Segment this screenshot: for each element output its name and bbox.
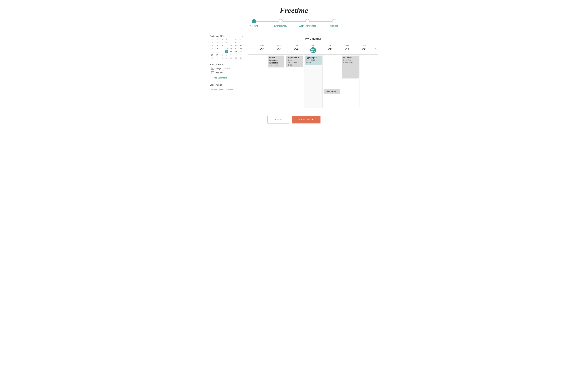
event-typography-title: Typography bbox=[306, 56, 320, 59]
mini-cal-cell[interactable]: 29 bbox=[210, 53, 215, 56]
google-calendar-label: Google Calendar bbox=[215, 67, 230, 70]
add-calendars-link[interactable]: + Add Calendars bbox=[210, 75, 243, 80]
mini-cal-cell[interactable]: 12 bbox=[228, 44, 233, 47]
your-friends-section: Your Friends ⌄ + Add Friends Calendar bbox=[210, 83, 243, 92]
mini-cal-cell[interactable]: 6 bbox=[233, 41, 238, 44]
mini-cal-cell[interactable]: 7 bbox=[238, 41, 243, 44]
event-typography-location: IV 019 bbox=[306, 61, 320, 64]
mini-cal-cell[interactable]: 4 bbox=[225, 41, 228, 44]
mini-cal-cell[interactable]: 3 bbox=[220, 41, 225, 44]
your-calendars-section: Your Calendars ⌄ Google Calendar FreeTim… bbox=[210, 63, 243, 80]
mini-cal-day-header-s2: S bbox=[238, 38, 243, 41]
event-conference-title: Conference In... bbox=[325, 90, 339, 93]
mini-cal-cell[interactable]: 14 bbox=[238, 44, 243, 47]
step-event-history[interactable]: Event History bbox=[267, 19, 294, 27]
back-button[interactable]: BACK bbox=[268, 116, 289, 123]
mini-cal-prev-button[interactable]: ‹ bbox=[239, 35, 241, 37]
your-calendars-header[interactable]: Your Calendars ⌄ bbox=[210, 63, 243, 66]
mini-cal-next-button[interactable]: › bbox=[241, 35, 243, 37]
mini-cal-cell[interactable]: 10 bbox=[220, 44, 225, 47]
mini-cal-cell[interactable]: 6 bbox=[210, 56, 215, 60]
add-friends-link[interactable]: + Add Friends Calendar bbox=[210, 87, 243, 92]
mini-cal-cell[interactable]: 12 bbox=[238, 56, 243, 60]
add-calendars-label: Add Calendars bbox=[214, 77, 227, 79]
chevron-down-icon: ⌄ bbox=[242, 63, 243, 66]
calendar-item-google: Google Calendar bbox=[210, 66, 243, 71]
stepper: Account Event History Event Preferences … bbox=[240, 19, 348, 27]
mini-cal-grid: S M T W T F S 1 2 3 4 5 bbox=[210, 38, 243, 60]
mini-cal-day-header-w: W bbox=[225, 38, 228, 41]
your-friends-header[interactable]: Your Friends ⌄ bbox=[210, 83, 243, 87]
step-event-preferences-label: Event Preferences bbox=[299, 25, 316, 27]
mini-cal-cell[interactable]: 9 bbox=[215, 44, 220, 47]
mini-cal-cell[interactable]: 15 bbox=[210, 47, 215, 50]
mini-cal-cell[interactable]: 5 bbox=[238, 53, 243, 56]
mini-cal-cell[interactable]: 18 bbox=[225, 47, 228, 50]
mini-cal-cell[interactable]: 9 bbox=[225, 56, 228, 60]
day-header-wed: WED 25 bbox=[305, 43, 322, 54]
mini-cal-today[interactable]: 25 bbox=[225, 50, 228, 53]
mini-cal-cell[interactable]: 17 bbox=[220, 47, 225, 50]
mini-cal-cell[interactable]: 8 bbox=[220, 56, 225, 60]
mini-cal-cell[interactable]: 24 bbox=[220, 50, 225, 53]
event-volunteer[interactable]: Volunteer 9:15 - 3:00 Nancy Ryles bbox=[342, 55, 359, 78]
event-algorithms-title: Algorithms & Data bbox=[288, 56, 302, 62]
event-typography[interactable]: Typography 8:00 - 11:30 IV 019 bbox=[305, 55, 321, 65]
mini-cal-cell[interactable]: 22 bbox=[210, 50, 215, 53]
day-cell-mon: Human Computer Interaction 9:15 - 11:30 bbox=[267, 54, 285, 108]
plus-icon-2: + bbox=[211, 88, 213, 91]
mini-cal-day-header-f: F bbox=[233, 38, 238, 41]
mini-cal-cell[interactable]: 20 bbox=[233, 47, 238, 50]
mini-cal-day-header-t: T bbox=[220, 38, 225, 41]
calendar-panel: My Calendar ‹ SUN 22 MON 23 TUE 24 WED bbox=[248, 35, 378, 108]
mini-cal-cell[interactable]: 10 bbox=[228, 56, 233, 60]
mini-cal-cell[interactable]: 2 bbox=[225, 53, 228, 56]
step-event-preferences[interactable]: Event Preferences bbox=[294, 19, 321, 27]
mini-cal-cell[interactable]: 16 bbox=[215, 47, 220, 50]
mini-cal-cell[interactable]: 5 bbox=[228, 41, 233, 44]
mini-cal-cell[interactable]: 13 bbox=[233, 44, 238, 47]
event-algorithms-time: 9:15 - 11:30 bbox=[288, 62, 302, 64]
day-header-sat: SAT 28 bbox=[356, 43, 373, 54]
mini-cal-cell[interactable]: 1 bbox=[220, 53, 225, 56]
step-settings[interactable]: Settings bbox=[321, 19, 348, 27]
mini-cal-cell[interactable]: 28 bbox=[238, 50, 243, 53]
mini-cal-cell[interactable]: 23 bbox=[215, 50, 220, 53]
mini-cal-cell[interactable]: 11 bbox=[233, 56, 238, 60]
mini-cal-cell[interactable]: 8 bbox=[210, 44, 215, 47]
mini-cal-cell[interactable]: 3 bbox=[228, 53, 233, 56]
google-calendar-checkbox[interactable] bbox=[211, 67, 214, 70]
mini-cal-cell[interactable]: 27 bbox=[233, 50, 238, 53]
step-settings-label: Settings bbox=[330, 25, 338, 27]
mini-cal-cell[interactable]: 21 bbox=[238, 47, 243, 50]
calendar-title: My Calendar bbox=[248, 35, 378, 43]
mini-cal-nav-buttons: ‹ › bbox=[239, 35, 243, 37]
week-prev-button[interactable]: ‹ bbox=[248, 45, 254, 52]
event-hci[interactable]: Human Computer Interaction 9:15 - 11:30 bbox=[268, 55, 284, 68]
mini-cal-cell[interactable]: 19 bbox=[228, 47, 233, 50]
week-grid: Human Computer Interaction 9:15 - 11:30 … bbox=[248, 54, 378, 108]
mini-cal-cell[interactable]: 7 bbox=[215, 56, 220, 60]
step-account[interactable]: Account bbox=[240, 19, 267, 27]
continue-button[interactable]: CONTINUE bbox=[292, 116, 320, 123]
event-volunteer-title: Volunteer bbox=[343, 56, 358, 59]
mini-cal-cell[interactable]: 4 bbox=[233, 53, 238, 56]
mini-cal-cell[interactable]: 2 bbox=[215, 41, 220, 44]
event-typography-time: 8:00 - 11:30 bbox=[306, 59, 320, 61]
day-cell-sat bbox=[359, 54, 378, 108]
day-cell-fri: Volunteer 9:15 - 3:00 Nancy Ryles bbox=[341, 54, 359, 108]
event-hci-title: Human Computer Interaction bbox=[269, 56, 283, 64]
day-header-sun: SUN 22 bbox=[254, 43, 271, 54]
mini-cal-cell[interactable]: 1 bbox=[210, 41, 215, 44]
freetime-calendar-checkbox[interactable] bbox=[211, 72, 214, 74]
mini-cal-cell[interactable]: 11 bbox=[225, 44, 228, 47]
plus-icon: + bbox=[211, 76, 213, 79]
event-conference[interactable]: Conference In... bbox=[324, 89, 340, 94]
week-next-button[interactable]: › bbox=[373, 45, 378, 52]
mini-cal-cell[interactable]: 30 bbox=[215, 53, 220, 56]
event-algorithms[interactable]: Algorithms & Data 9:15 - 11:30 RI 230 bbox=[286, 55, 303, 67]
mini-cal-day-header-m: M bbox=[215, 38, 220, 41]
mini-cal-header: September 2019 ‹ › bbox=[210, 35, 243, 37]
main-content: September 2019 ‹ › S M T W T F S bbox=[210, 35, 378, 108]
mini-cal-cell[interactable]: 26 bbox=[228, 50, 233, 53]
